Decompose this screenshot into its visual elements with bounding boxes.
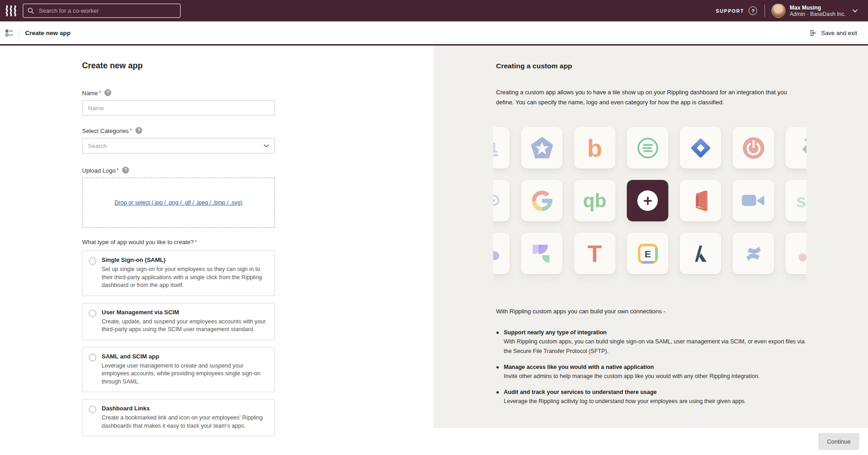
logo-dropzone[interactable]: Drop or select (.jpg / .png / .gif / .jp…	[82, 178, 275, 228]
app-tile-google-icon	[521, 180, 563, 221]
user-menu[interactable]: Max Musing Admin · BaseDash Inc.	[790, 5, 846, 17]
save-and-exit-button[interactable]: Save and exit	[809, 29, 857, 37]
svg-text:E: E	[644, 248, 651, 259]
app-tile-quickbooks-icon: qb	[574, 180, 615, 221]
page-header: Create new app Save and exit	[0, 21, 868, 46]
app-type-option-saml[interactable]: Single Sign-on (SAML) Set up single sign…	[82, 251, 275, 296]
bullet-title: Manage access like you would with a nati…	[504, 363, 806, 372]
radio-saml-scim[interactable]	[89, 354, 96, 361]
app-tile-office-icon	[680, 180, 721, 221]
bullet-title: Support nearly any type of integration	[504, 328, 806, 337]
radio-saml[interactable]	[89, 257, 96, 265]
app-type-option-scim[interactable]: User Management via SCIM Create, update,…	[82, 303, 275, 340]
app-tile-letter-e-icon: E	[627, 233, 668, 274]
option-description: Set up single sign-on for your employees…	[102, 266, 267, 290]
page-title: Create new app	[25, 30, 71, 36]
required-marker: *	[99, 90, 101, 96]
name-help-icon[interactable]: ?	[104, 89, 111, 96]
info-title: Creating a custom app	[496, 62, 806, 70]
app-tile-custom-app-plus-icon	[627, 180, 668, 221]
radio-scim[interactable]	[89, 310, 96, 317]
topbar-divider	[765, 5, 765, 17]
app-tile-dots-icon	[785, 233, 806, 274]
app-type-question: What type of app would you like to creat…	[82, 239, 194, 245]
option-description: Create a bookmarked link and icon on you…	[102, 414, 267, 430]
app-tile-cloud-icon	[493, 233, 510, 274]
app-tile-circle-lines-icon	[627, 127, 668, 169]
app-tile-sa-icon: sa	[785, 180, 806, 221]
info-intro: Creating a custom app allows you to have…	[496, 87, 806, 107]
option-title: SAML and SCIM app	[102, 353, 267, 360]
user-avatar[interactable]	[771, 4, 785, 18]
rippling-logo-icon[interactable]	[5, 5, 17, 17]
user-name: Max Musing	[790, 5, 846, 11]
app-tile-letter-b-icon: b	[574, 127, 615, 169]
categories-help-icon[interactable]: ?	[135, 127, 142, 134]
option-description: Create, update, and suspend your employe…	[102, 318, 267, 334]
list-item: Audit and track your services to underst…	[496, 388, 806, 406]
radio-dashboard-links[interactable]	[89, 406, 96, 413]
app-tiles: N1brqbsaTE	[493, 127, 806, 286]
list-item: Support nearly any type of integration W…	[496, 328, 806, 356]
app-tile-n1-icon: N1	[493, 127, 510, 169]
bullet-title: Audit and track your services to underst…	[504, 388, 806, 397]
bullet-desc: Leverage the Rippling acitivty log to un…	[504, 397, 806, 406]
bullet-desc: Invite other admins to help manage the c…	[504, 372, 806, 381]
categories-label: Select Categories	[82, 128, 129, 134]
topbar: SUPPORT ? Max Musing Admin · BaseDash In…	[0, 0, 868, 21]
required-marker: *	[117, 167, 119, 174]
main-content: Create new app Name* ? Select Categories…	[0, 46, 868, 428]
name-input[interactable]	[82, 100, 275, 116]
chevron-down-icon	[264, 144, 269, 148]
search-icon	[27, 7, 34, 14]
save-and-exit-label: Save and exit	[821, 30, 857, 36]
app-type-option-saml-scim[interactable]: SAML and SCIM app Leverage user manageme…	[82, 347, 275, 393]
info-panel: Creating a custom app Creating a custom …	[434, 46, 868, 428]
option-title: Dashboard Links	[102, 405, 267, 412]
header-divider	[19, 27, 19, 38]
support-help-icon[interactable]: ?	[749, 6, 757, 15]
create-app-form-panel: Create new app Name* ? Select Categories…	[0, 46, 434, 428]
app-tile-power-icon	[733, 127, 774, 169]
app-tile-confluence-icon	[733, 233, 774, 274]
exit-icon	[809, 29, 817, 37]
categories-select[interactable]: Search	[82, 138, 275, 153]
upload-help-icon[interactable]: ?	[122, 167, 129, 174]
required-marker: *	[195, 239, 197, 245]
app-tile-video-camera-icon	[733, 180, 774, 221]
svg-text:N1: N1	[493, 139, 497, 155]
app-tile-atlassian-icon	[680, 233, 721, 274]
app-type-option-dashboard-links[interactable]: Dashboard Links Create a bookmarked link…	[82, 399, 275, 436]
user-role: Admin · BaseDash Inc.	[790, 11, 846, 17]
categories-placeholder: Search	[88, 143, 264, 149]
app-tile-petals-icon	[521, 233, 563, 274]
bullet-desc: With Rippling custom apps, you can build…	[504, 337, 806, 356]
app-tile-jira-icon	[680, 127, 721, 169]
workflow-list-icon[interactable]	[5, 29, 14, 37]
search-input[interactable]	[38, 7, 176, 15]
coworker-search[interactable]	[23, 4, 181, 18]
connections-line: With Rippling custom apps you can build …	[496, 308, 806, 315]
benefits-list: Support nearly any type of integration W…	[496, 328, 806, 406]
list-item: Manage access like you would with a nati…	[496, 363, 806, 381]
app-tile-letter-t-icon: T	[574, 233, 615, 274]
option-title: Single Sign-on (SAML)	[102, 256, 267, 263]
chevron-down-icon[interactable]	[852, 9, 858, 13]
option-title: User Management via SCIM	[102, 309, 267, 316]
app-tile-xero-icon: r	[493, 180, 510, 221]
logo-upload-link[interactable]: Drop or select (.jpg / .png / .gif / .jp…	[114, 199, 243, 206]
upload-logo-label: Upload Logo	[82, 167, 116, 174]
name-label: Name	[82, 90, 98, 97]
app-tile-pentagon-star-icon	[521, 127, 563, 169]
form-title: Create new app	[82, 61, 275, 71]
continue-button[interactable]: Continue	[818, 433, 859, 450]
option-description: Leverage user management to create and s…	[102, 362, 267, 386]
required-marker: *	[130, 128, 132, 134]
app-tile-diamond-stack-icon	[785, 127, 806, 169]
support-link[interactable]: SUPPORT	[716, 8, 744, 14]
